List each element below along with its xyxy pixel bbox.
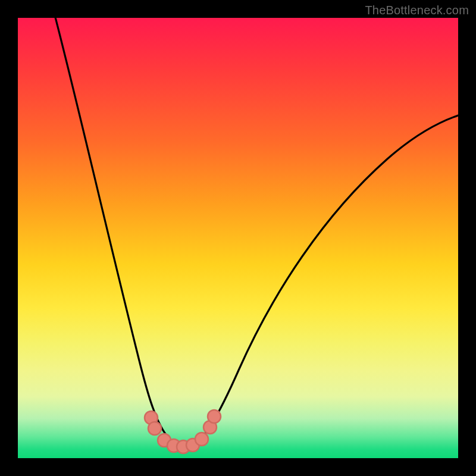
curve-path [52, 18, 458, 446]
svg-point-8 [208, 410, 221, 423]
svg-point-6 [195, 433, 208, 446]
watermark-text: TheBottleneck.com [365, 4, 469, 17]
svg-point-1 [148, 422, 161, 435]
trough-dots [145, 410, 221, 453]
outer-frame: TheBottleneck.com [0, 0, 476, 476]
bottleneck-curve [18, 18, 458, 458]
plot-area [18, 18, 458, 458]
